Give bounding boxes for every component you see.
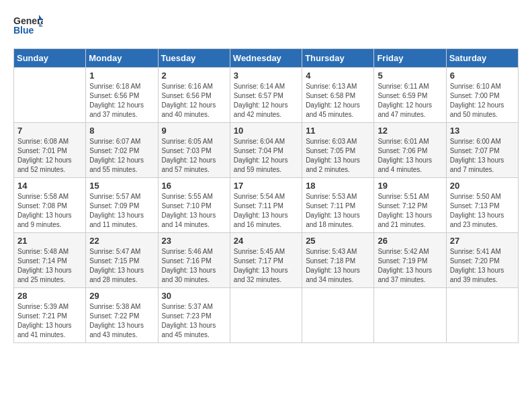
calendar-day-cell: 5Sunrise: 6:11 AM Sunset: 6:59 PM Daylig… [374,68,446,123]
calendar-day-cell: 12Sunrise: 6:01 AM Sunset: 7:06 PM Dayli… [374,123,446,178]
day-info: Sunrise: 5:45 AM Sunset: 7:17 PM Dayligh… [234,247,298,285]
calendar-day-cell: 16Sunrise: 5:55 AM Sunset: 7:10 PM Dayli… [158,178,230,233]
calendar-week-row: 14Sunrise: 5:58 AM Sunset: 7:08 PM Dayli… [14,178,519,233]
day-number: 28 [17,291,82,301]
weekday-header: Thursday [302,49,374,68]
day-info: Sunrise: 6:13 AM Sunset: 6:58 PM Dayligh… [306,82,370,120]
calendar-day-cell: 1Sunrise: 6:18 AM Sunset: 6:56 PM Daylig… [86,68,158,123]
weekday-header: Tuesday [158,49,230,68]
day-info: Sunrise: 6:05 AM Sunset: 7:03 PM Dayligh… [162,137,226,175]
day-info: Sunrise: 5:55 AM Sunset: 7:10 PM Dayligh… [162,192,226,230]
day-number: 8 [89,126,154,136]
calendar-day-cell [230,288,302,343]
day-number: 13 [450,126,515,136]
day-info: Sunrise: 6:04 AM Sunset: 7:04 PM Dayligh… [234,137,298,175]
day-info: Sunrise: 5:53 AM Sunset: 7:11 PM Dayligh… [306,192,370,230]
svg-text:Blue: Blue [13,25,34,36]
day-number: 14 [17,181,82,191]
weekday-header: Saturday [446,49,518,68]
day-number: 21 [17,236,82,246]
calendar-day-cell: 9Sunrise: 6:05 AM Sunset: 7:03 PM Daylig… [158,123,230,178]
day-number: 24 [234,236,298,246]
day-info: Sunrise: 5:51 AM Sunset: 7:12 PM Dayligh… [378,192,442,230]
calendar-day-cell [446,288,518,343]
day-info: Sunrise: 5:58 AM Sunset: 7:08 PM Dayligh… [17,192,82,230]
calendar-day-cell: 18Sunrise: 5:53 AM Sunset: 7:11 PM Dayli… [302,178,374,233]
calendar-day-cell: 26Sunrise: 5:42 AM Sunset: 7:19 PM Dayli… [374,233,446,288]
calendar-day-cell: 13Sunrise: 6:00 AM Sunset: 7:07 PM Dayli… [446,123,518,178]
day-number: 7 [17,126,82,136]
calendar-day-cell: 29Sunrise: 5:38 AM Sunset: 7:22 PM Dayli… [86,288,158,343]
day-info: Sunrise: 6:16 AM Sunset: 6:56 PM Dayligh… [162,82,226,120]
calendar-day-cell: 23Sunrise: 5:46 AM Sunset: 7:16 PM Dayli… [158,233,230,288]
calendar-day-cell: 22Sunrise: 5:47 AM Sunset: 7:15 PM Dayli… [86,233,158,288]
calendar-day-cell: 4Sunrise: 6:13 AM Sunset: 6:58 PM Daylig… [302,68,374,123]
calendar-week-row: 1Sunrise: 6:18 AM Sunset: 6:56 PM Daylig… [14,68,519,123]
calendar-day-cell [302,288,374,343]
day-number: 4 [306,71,370,81]
calendar-day-cell: 19Sunrise: 5:51 AM Sunset: 7:12 PM Dayli… [374,178,446,233]
calendar-day-cell: 10Sunrise: 6:04 AM Sunset: 7:04 PM Dayli… [230,123,302,178]
day-info: Sunrise: 6:18 AM Sunset: 6:56 PM Dayligh… [89,82,154,120]
day-number: 25 [306,236,370,246]
calendar-day-cell: 17Sunrise: 5:54 AM Sunset: 7:11 PM Dayli… [230,178,302,233]
page-header: General Blue [13,13,519,38]
calendar-week-row: 7Sunrise: 6:08 AM Sunset: 7:01 PM Daylig… [14,123,519,178]
day-info: Sunrise: 5:48 AM Sunset: 7:14 PM Dayligh… [17,247,82,285]
calendar-day-cell: 6Sunrise: 6:10 AM Sunset: 7:00 PM Daylig… [446,68,518,123]
day-number: 3 [234,71,298,81]
day-number: 12 [378,126,442,136]
day-number: 11 [306,126,370,136]
calendar-day-cell: 25Sunrise: 5:43 AM Sunset: 7:18 PM Dayli… [302,233,374,288]
day-info: Sunrise: 5:50 AM Sunset: 7:13 PM Dayligh… [450,192,515,230]
calendar-day-cell: 15Sunrise: 5:57 AM Sunset: 7:09 PM Dayli… [86,178,158,233]
weekday-header: Monday [86,49,158,68]
day-info: Sunrise: 6:14 AM Sunset: 6:57 PM Dayligh… [234,82,298,120]
day-info: Sunrise: 5:39 AM Sunset: 7:21 PM Dayligh… [17,302,82,340]
calendar-week-row: 28Sunrise: 5:39 AM Sunset: 7:21 PM Dayli… [14,288,519,343]
day-info: Sunrise: 5:38 AM Sunset: 7:22 PM Dayligh… [89,302,154,340]
calendar-day-cell: 30Sunrise: 5:37 AM Sunset: 7:23 PM Dayli… [158,288,230,343]
day-number: 5 [378,71,442,81]
calendar-day-cell: 3Sunrise: 6:14 AM Sunset: 6:57 PM Daylig… [230,68,302,123]
calendar-day-cell: 27Sunrise: 5:41 AM Sunset: 7:20 PM Dayli… [446,233,518,288]
day-info: Sunrise: 6:08 AM Sunset: 7:01 PM Dayligh… [17,137,82,175]
day-info: Sunrise: 6:11 AM Sunset: 6:59 PM Dayligh… [378,82,442,120]
day-info: Sunrise: 5:41 AM Sunset: 7:20 PM Dayligh… [450,247,515,285]
calendar-header-row: SundayMondayTuesdayWednesdayThursdayFrid… [14,49,519,68]
calendar-day-cell: 2Sunrise: 6:16 AM Sunset: 6:56 PM Daylig… [158,68,230,123]
day-number: 6 [450,71,515,81]
day-number: 10 [234,126,298,136]
calendar-day-cell [374,288,446,343]
day-info: Sunrise: 6:00 AM Sunset: 7:07 PM Dayligh… [450,137,515,175]
day-number: 22 [89,236,154,246]
day-number: 17 [234,181,298,191]
calendar-day-cell: 14Sunrise: 5:58 AM Sunset: 7:08 PM Dayli… [14,178,86,233]
calendar-day-cell: 21Sunrise: 5:48 AM Sunset: 7:14 PM Dayli… [14,233,86,288]
weekday-header: Wednesday [230,49,302,68]
day-info: Sunrise: 6:03 AM Sunset: 7:05 PM Dayligh… [306,137,370,175]
logo-icon: General Blue [13,13,43,38]
calendar-day-cell [14,68,86,123]
day-info: Sunrise: 5:43 AM Sunset: 7:18 PM Dayligh… [306,247,370,285]
day-number: 1 [89,71,154,81]
day-info: Sunrise: 5:57 AM Sunset: 7:09 PM Dayligh… [89,192,154,230]
day-number: 26 [378,236,442,246]
day-info: Sunrise: 5:42 AM Sunset: 7:19 PM Dayligh… [378,247,442,285]
day-number: 23 [162,236,226,246]
day-number: 19 [378,181,442,191]
calendar-day-cell: 20Sunrise: 5:50 AM Sunset: 7:13 PM Dayli… [446,178,518,233]
day-number: 27 [450,236,515,246]
calendar-day-cell: 11Sunrise: 6:03 AM Sunset: 7:05 PM Dayli… [302,123,374,178]
day-info: Sunrise: 6:07 AM Sunset: 7:02 PM Dayligh… [89,137,154,175]
day-number: 18 [306,181,370,191]
day-info: Sunrise: 6:10 AM Sunset: 7:00 PM Dayligh… [450,82,515,120]
day-number: 9 [162,126,226,136]
calendar-table: SundayMondayTuesdayWednesdayThursdayFrid… [13,48,519,343]
day-number: 30 [162,291,226,301]
day-info: Sunrise: 5:46 AM Sunset: 7:16 PM Dayligh… [162,247,226,285]
weekday-header: Friday [374,49,446,68]
calendar-day-cell: 24Sunrise: 5:45 AM Sunset: 7:17 PM Dayli… [230,233,302,288]
day-number: 20 [450,181,515,191]
day-number: 2 [162,71,226,81]
